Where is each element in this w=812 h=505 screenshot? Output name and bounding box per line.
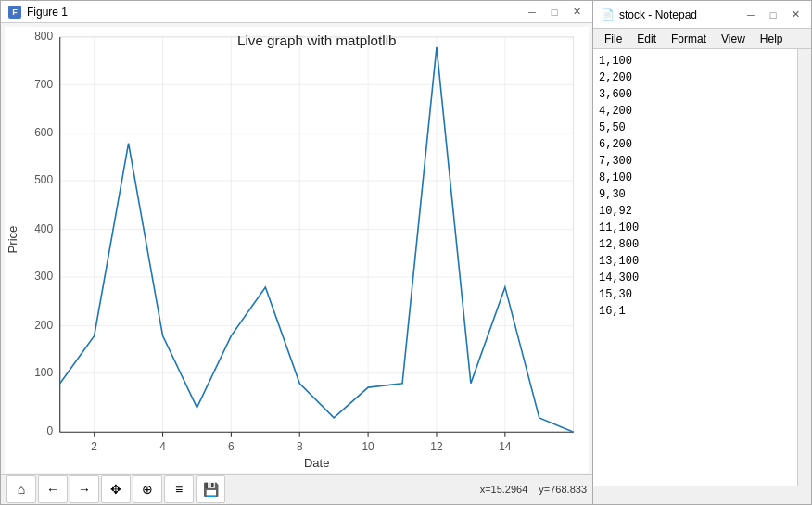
svg-text:0: 0 [46, 425, 53, 438]
zoom-button[interactable]: ⊕ [133, 475, 162, 503]
menu-format[interactable]: Format [664, 31, 714, 47]
notepad-titlebar: 📄 stock - Notepad ─ □ ✕ [593, 1, 811, 29]
svg-text:200: 200 [34, 319, 53, 332]
figure-window: F Figure 1 ─ □ ✕ [0, 0, 593, 505]
chart-svg: 0 100 200 300 400 500 600 700 800 2 4 6 … [5, 27, 589, 473]
figure-body: 0 100 200 300 400 500 600 700 800 2 4 6 … [1, 23, 592, 474]
figure-app-icon: F [8, 6, 21, 19]
svg-text:4: 4 [159, 440, 166, 453]
figure-maximize-button[interactable]: □ [546, 4, 563, 20]
svg-rect-0 [60, 37, 574, 432]
svg-text:2: 2 [91, 440, 97, 453]
coord-display: x=15.2964 y=768.833 [480, 484, 587, 495]
figure-toolbar: ⌂ ← → ✥ ⊕ ≡ 💾 x=15.2964 y=768.833 [1, 474, 592, 504]
svg-text:6: 6 [228, 440, 235, 453]
save-button[interactable]: 💾 [196, 475, 225, 503]
svg-text:Live graph with matplotlib: Live graph with matplotlib [237, 32, 397, 48]
home-button[interactable]: ⌂ [6, 475, 36, 503]
svg-text:100: 100 [34, 366, 53, 379]
svg-text:12: 12 [430, 440, 443, 453]
svg-text:8: 8 [297, 440, 303, 453]
figure-close-button[interactable]: ✕ [568, 4, 585, 20]
figure-titlebar: F Figure 1 ─ □ ✕ [1, 1, 592, 23]
figure-title: Figure 1 [27, 6, 518, 19]
figure-minimize-button[interactable]: ─ [524, 4, 540, 20]
pan-button[interactable]: ✥ [101, 475, 131, 503]
chart-area: 0 100 200 300 400 500 600 700 800 2 4 6 … [5, 27, 589, 473]
svg-text:300: 300 [34, 270, 53, 283]
configure-button[interactable]: ≡ [164, 475, 194, 503]
notepad-main: 1,100 2,200 3,600 4,200 5,50 6,200 7,300… [593, 49, 811, 486]
menu-file[interactable]: File [597, 31, 629, 47]
menu-edit[interactable]: Edit [629, 31, 664, 47]
back-button[interactable]: ← [38, 475, 68, 503]
svg-text:800: 800 [34, 30, 53, 43]
svg-text:10: 10 [362, 440, 374, 453]
forward-button[interactable]: → [70, 475, 99, 503]
menu-help[interactable]: Help [753, 31, 791, 47]
svg-text:14: 14 [499, 440, 512, 453]
svg-text:400: 400 [34, 222, 53, 235]
notepad-title: stock - Notepad [619, 8, 737, 21]
notepad-scrollbar[interactable] [797, 49, 811, 486]
notepad-app-icon: 📄 [601, 8, 614, 21]
notepad-statusbar [593, 486, 811, 504]
svg-text:500: 500 [34, 173, 53, 186]
x-coord: x=15.2964 [480, 484, 528, 495]
notepad-content[interactable]: 1,100 2,200 3,600 4,200 5,50 6,200 7,300… [593, 49, 797, 486]
notepad-minimize-button[interactable]: ─ [742, 6, 759, 23]
notepad-close-button[interactable]: ✕ [787, 6, 804, 23]
svg-text:Price: Price [6, 226, 19, 254]
notepad-window: 📄 stock - Notepad ─ □ ✕ File Edit Format… [593, 0, 812, 505]
menu-view[interactable]: View [714, 31, 753, 47]
svg-text:700: 700 [34, 78, 53, 91]
notepad-menubar: File Edit Format View Help [593, 29, 811, 49]
notepad-maximize-button[interactable]: □ [765, 6, 781, 23]
svg-text:Date: Date [304, 456, 330, 470]
y-coord: y=768.833 [539, 484, 587, 495]
svg-text:600: 600 [34, 126, 53, 139]
